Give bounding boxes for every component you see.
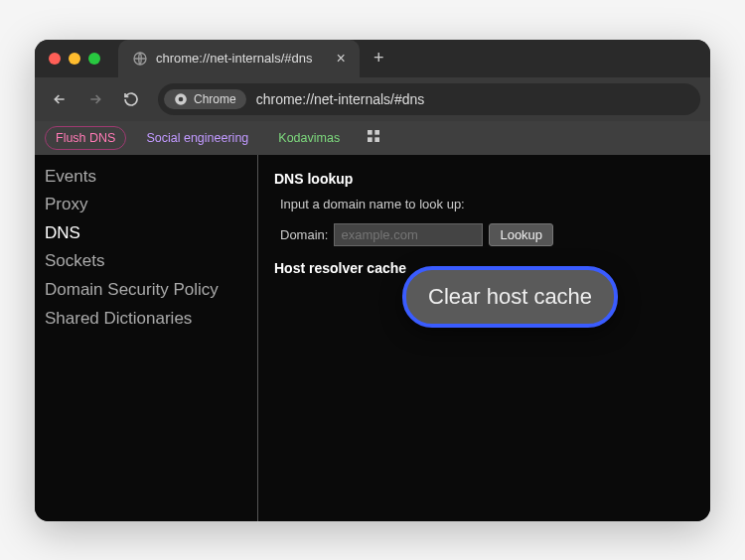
sidebar-item-sockets[interactable]: Sockets: [45, 247, 247, 276]
traffic-lights: [49, 53, 100, 65]
sidebar-item-dns[interactable]: DNS: [45, 219, 247, 248]
reload-button[interactable]: [116, 84, 146, 114]
dns-lookup-instruction: Input a domain name to look up:: [280, 197, 694, 211]
bookmark-flush-dns[interactable]: Flush DNS: [45, 126, 126, 150]
sidebar-item-proxy[interactable]: Proxy: [45, 191, 247, 219]
maximize-window-button[interactable]: [88, 53, 100, 65]
sidebar: Events Proxy DNS Sockets Domain Security…: [35, 155, 258, 521]
tab-title: chrome://net-internals/#dns: [156, 51, 313, 66]
svg-rect-4: [374, 130, 379, 135]
chrome-chip-label: Chrome: [194, 92, 236, 106]
clear-host-cache-button[interactable]: Clear host cache: [402, 266, 618, 328]
reload-icon: [123, 91, 139, 107]
minimize-window-button[interactable]: [69, 53, 80, 65]
page-content: Events Proxy DNS Sockets Domain Security…: [35, 155, 710, 521]
svg-rect-6: [374, 137, 379, 142]
chrome-icon: [174, 92, 188, 106]
domain-label: Domain:: [280, 227, 328, 242]
back-button[interactable]: [45, 84, 74, 114]
svg-rect-3: [368, 130, 372, 135]
new-tab-button[interactable]: +: [360, 48, 398, 69]
arrow-right-icon: [87, 91, 103, 107]
browser-tab[interactable]: chrome://net-internals/#dns ×: [118, 40, 360, 77]
chrome-source-chip: Chrome: [164, 89, 246, 109]
arrow-left-icon: [52, 91, 68, 107]
titlebar: chrome://net-internals/#dns × +: [35, 40, 710, 77]
svg-point-2: [179, 96, 184, 101]
sidebar-item-events[interactable]: Events: [45, 163, 247, 192]
svg-rect-5: [368, 137, 372, 142]
globe-icon: [132, 51, 148, 67]
bookmark-social-engineering[interactable]: Social engineering: [136, 127, 258, 149]
bookmarks-bar: Flush DNS Social engineering Kodavimas: [35, 121, 710, 155]
apps-grid-button[interactable]: [360, 128, 387, 148]
address-bar[interactable]: Chrome chrome://net-internals/#dns: [158, 83, 700, 115]
bookmark-kodavimas[interactable]: Kodavimas: [268, 127, 350, 149]
domain-input[interactable]: [334, 223, 483, 246]
close-tab-icon[interactable]: ×: [337, 50, 346, 68]
dns-lookup-title: DNS lookup: [274, 171, 694, 187]
url-text: chrome://net-internals/#dns: [256, 91, 425, 107]
nav-toolbar: Chrome chrome://net-internals/#dns: [35, 77, 710, 121]
sidebar-item-shared-dictionaries[interactable]: Shared Dictionaries: [45, 305, 247, 334]
sidebar-item-domain-security[interactable]: Domain Security Policy: [45, 276, 247, 305]
forward-button[interactable]: [80, 84, 110, 114]
main-panel: DNS lookup Input a domain name to look u…: [258, 155, 710, 521]
domain-form-row: Domain: Lookup: [280, 223, 694, 246]
close-window-button[interactable]: [49, 53, 61, 65]
grid-icon: [366, 128, 381, 144]
lookup-button[interactable]: Lookup: [489, 223, 553, 246]
browser-window: chrome://net-internals/#dns × + Chrome c…: [35, 40, 710, 521]
